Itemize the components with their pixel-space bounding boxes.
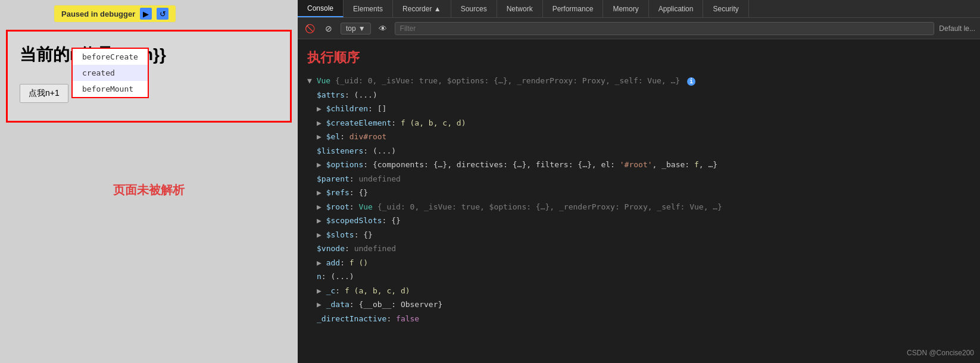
debugger-step-btn[interactable]: ↺: [157, 8, 168, 20]
console-children: ▶ $children: []: [298, 102, 980, 116]
console-parent: $parent: undefined: [298, 172, 980, 186]
page-subtitle: 页面未被解析: [0, 182, 298, 198]
default-label: Default le...: [939, 24, 975, 33]
console-data: ▶ _data: {__ob__: Observer}: [298, 298, 980, 312]
vue-object-line: ▼ Vue {_uid: 0, _isVue: true, $options: …: [298, 74, 980, 88]
tab-sources[interactable]: Sources: [451, 0, 497, 17]
console-add: ▶ add: f (): [298, 256, 980, 270]
autocomplete-item-beforecreate[interactable]: beforeCreate: [73, 49, 148, 65]
expand-arrow[interactable]: ▼: [307, 76, 312, 85]
console-options: ▶ $options: {components: {…}, directives…: [298, 158, 980, 172]
page-content: 当前的n值是：{{n}} 点我n+1: [6, 30, 292, 123]
filter-input[interactable]: [395, 22, 935, 35]
tab-console[interactable]: Console: [298, 0, 344, 17]
csdn-watermark: CSDN @Concise200: [907, 349, 974, 357]
autocomplete-popup: beforeCreate created beforeMount: [71, 48, 149, 98]
filter-toggle-btn[interactable]: ⊘: [322, 21, 336, 36]
console-c: ▶ _c: f (a, b, c, d): [298, 284, 980, 298]
console-directinactive: _directInactive: false: [298, 312, 980, 326]
context-dropdown[interactable]: top ▼: [341, 23, 371, 35]
tab-application[interactable]: Application: [649, 0, 704, 17]
increment-button[interactable]: 点我n+1: [20, 84, 68, 103]
console-output: 执行顺序 ▼ Vue {_uid: 0, _isVue: true, $opti…: [298, 39, 980, 363]
console-toolbar: 🚫 ⊘ top ▼ 👁 Default le...: [298, 18, 980, 39]
console-createelement: ▶ $createElement: f (a, b, c, d): [298, 116, 980, 130]
tab-security[interactable]: Security: [703, 0, 748, 17]
console-root: ▶ $root: Vue {_uid: 0, _isVue: true, $op…: [298, 200, 980, 214]
debugger-label: Paused in debugger: [61, 10, 135, 18]
tab-network[interactable]: Network: [497, 0, 543, 17]
tab-elements[interactable]: Elements: [344, 0, 393, 17]
page-title: 当前的n值是：{{n}}: [20, 43, 278, 66]
vue-label: Vue: [317, 76, 335, 85]
console-el: ▶ $el: div#root: [298, 130, 980, 144]
context-dropdown-arrow: ▼: [358, 24, 366, 33]
eye-btn[interactable]: 👁: [376, 21, 390, 36]
vue-props: {_uid: 0, _isVue: true, $options: {…}, _…: [335, 76, 680, 85]
console-n: n: (...): [298, 270, 980, 284]
autocomplete-item-created[interactable]: created: [73, 65, 148, 81]
debugger-resume-btn[interactable]: ▶: [140, 8, 152, 20]
console-vnode: $vnode: undefined: [298, 242, 980, 256]
console-attrs: $attrs: (...): [298, 88, 980, 102]
debugger-bar: Paused in debugger ▶ ↺: [54, 5, 176, 23]
info-icon[interactable]: i: [687, 77, 695, 86]
tab-performance[interactable]: Performance: [543, 0, 604, 17]
autocomplete-item-beforemount[interactable]: beforeMount: [73, 81, 148, 97]
lifecycle-heading: 执行顺序: [298, 44, 980, 74]
context-dropdown-label: top: [346, 24, 356, 33]
tab-recorder[interactable]: Recorder ▲: [393, 0, 451, 17]
browser-page: Paused in debugger ▶ ↺ beforeCreate crea…: [0, 0, 298, 363]
console-refs: ▶ $refs: {}: [298, 186, 980, 200]
console-listeners: $listeners: (...): [298, 144, 980, 158]
console-scopedslots: ▶ $scopedSlots: {}: [298, 214, 980, 228]
console-slots: ▶ $slots: {}: [298, 228, 980, 242]
devtools-panel: Console Elements Recorder ▲ Sources Netw…: [298, 0, 980, 363]
clear-console-btn[interactable]: 🚫: [302, 21, 317, 36]
devtools-tabs: Console Elements Recorder ▲ Sources Netw…: [298, 0, 980, 18]
tab-memory[interactable]: Memory: [603, 0, 648, 17]
